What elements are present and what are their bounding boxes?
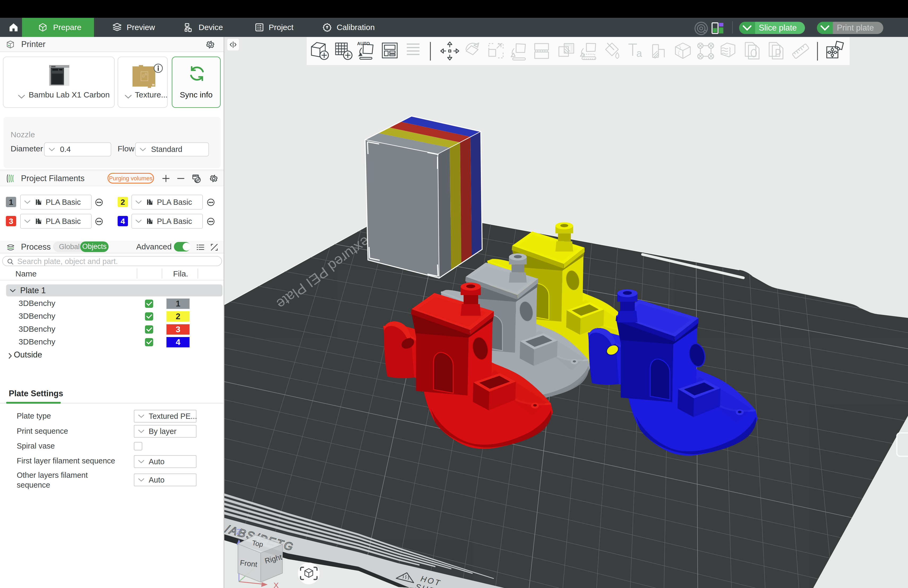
svg-text:Z: Z (236, 527, 241, 536)
svg-text:a: a (636, 48, 642, 59)
svg-text:X: X (274, 581, 279, 588)
